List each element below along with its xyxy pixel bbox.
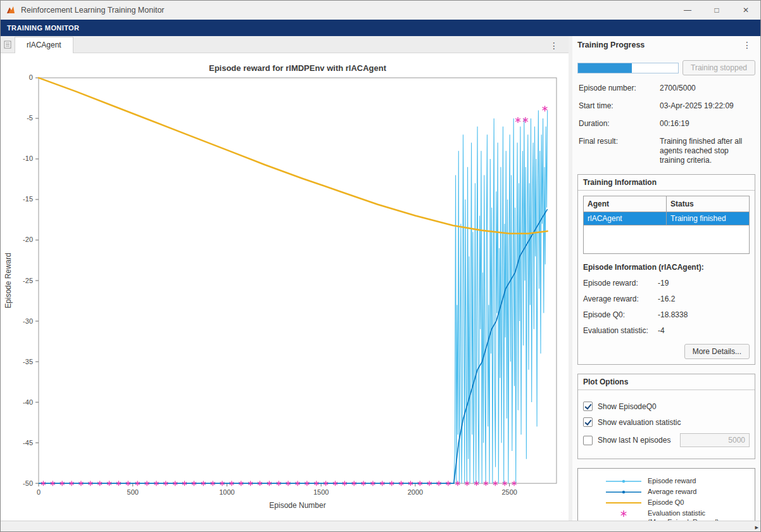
field-label: Evaluation statistic: (583, 326, 658, 335)
show-episodeq0-checkbox[interactable] (583, 402, 593, 411)
field-episode-q0: Episode Q0: -18.8338 (583, 310, 750, 319)
field-value: 00:16:19 (660, 119, 754, 129)
main-content: rlACAgent ⋮ Episode reward for rlMDPEnv … (1, 36, 760, 521)
legend-label: Episode Q0 (648, 498, 743, 507)
window-title: Reinforcement Learning Training Monitor (21, 6, 165, 15)
field-episode-reward: Episode reward: -19 (583, 279, 750, 288)
field-value: -19 (658, 279, 669, 288)
progress-row: Training stopped (577, 60, 755, 75)
show-last-n-episodes-row: Show last N episodes (583, 433, 750, 447)
field-value: -18.8338 (658, 310, 688, 319)
window-controls: — □ ✕ (673, 1, 760, 20)
svg-text:0: 0 (37, 488, 41, 496)
legend-item-evaluation-statistic: Evaluation statistic (MeanEpisodeReward) (578, 509, 755, 521)
legend-item-episode-reward: Episode reward (578, 476, 755, 486)
training-progress-panel: Training Progress ⋮ Training stopped Epi… (572, 36, 760, 521)
episode-information-title: Episode Information (rlACAgent): (583, 263, 750, 272)
svg-text:-10: -10 (23, 155, 33, 162)
field-value: -16.2 (658, 294, 675, 303)
field-label: Episode number: (579, 84, 660, 93)
resize-grip-icon[interactable]: ▸ (755, 523, 758, 531)
svg-text:Episode Reward: Episode Reward (4, 253, 13, 308)
document-area: rlACAgent ⋮ Episode reward for rlMDPEnv … (1, 36, 569, 521)
tab-rlacagent[interactable]: rlACAgent (15, 37, 73, 53)
title-bar: Reinforcement Learning Training Monitor … (1, 1, 760, 20)
chart-legend: Episode reward Average reward Episode Q0… (577, 468, 755, 521)
svg-text:-40: -40 (23, 398, 33, 406)
show-last-n-episodes-checkbox[interactable] (583, 436, 593, 445)
more-details-button[interactable]: More Details... (684, 344, 750, 359)
show-episodeq0-row: Show EpisodeQ0 (583, 402, 750, 411)
document-tab-bar: rlACAgent ⋮ (1, 36, 569, 53)
legend-label: Evaluation statistic (MeanEpisodeReward) (648, 509, 743, 521)
field-average-reward: Average reward: -16.2 (583, 294, 750, 303)
app-window: Reinforcement Learning Training Monitor … (0, 0, 761, 532)
field-label: Average reward: (583, 294, 658, 303)
checkbox-label: Show last N episodes (598, 436, 670, 445)
field-label: Start time: (579, 101, 660, 111)
field-label: Episode reward: (583, 279, 658, 288)
training-stopped-button[interactable]: Training stopped (682, 60, 755, 75)
field-duration: Duration: 00:16:19 (579, 119, 754, 129)
show-evaluation-statistic-checkbox[interactable] (583, 417, 593, 427)
table-row[interactable]: rlACAgent Training finished (584, 212, 750, 225)
panel-header: Training Progress ⋮ (577, 36, 755, 54)
episode-reward-line-icon (605, 476, 643, 486)
document-list-icon[interactable] (1, 37, 15, 53)
last-n-episodes-input[interactable] (680, 433, 750, 447)
svg-text:Episode Number: Episode Number (269, 501, 325, 510)
close-button[interactable]: ✕ (731, 1, 760, 20)
svg-text:-5: -5 (27, 114, 33, 122)
field-label: Duration: (579, 119, 660, 129)
field-evaluation-statistic: Evaluation statistic: -4 (583, 326, 750, 335)
table-empty-area (583, 225, 750, 254)
toolstrip: TRAINING MONITOR (1, 20, 760, 36)
field-value: 03-Apr-2025 19:22:09 (660, 101, 754, 111)
column-header-status: Status (667, 196, 750, 212)
legend-item-average-reward: Average reward (578, 487, 755, 497)
checkbox-label: Show evaluation statistic (598, 418, 681, 427)
status-bar: ▸ (1, 521, 760, 531)
field-value: 2700/5000 (660, 84, 754, 93)
svg-text:-30: -30 (23, 317, 33, 325)
field-final-result: Final result: Training finished after al… (579, 137, 754, 165)
tab-rlacagent-label: rlACAgent (27, 41, 61, 49)
training-info-table: Agent Status rlACAgent Training finished (583, 196, 750, 225)
cell-agent: rlACAgent (584, 212, 667, 225)
field-start-time: Start time: 03-Apr-2025 19:22:09 (579, 101, 754, 111)
minimize-button[interactable]: — (673, 1, 702, 20)
svg-text:-15: -15 (23, 195, 33, 203)
plot-options-group: Plot Options Show EpisodeQ0 Show evaluat… (577, 374, 755, 459)
svg-text:0: 0 (29, 73, 33, 81)
document-actions-kebab-icon[interactable]: ⋮ (546, 39, 562, 53)
panel-actions-kebab-icon[interactable]: ⋮ (739, 38, 755, 52)
svg-text:Episode reward for rlMDPEnv wi: Episode reward for rlMDPEnv with rlACAge… (209, 63, 387, 73)
maximize-button[interactable]: □ (702, 1, 731, 20)
field-label: Final result: (579, 137, 660, 165)
field-value: -4 (658, 326, 665, 335)
svg-text:1000: 1000 (219, 488, 234, 496)
legend-item-episode-q0: Episode Q0 (578, 498, 755, 507)
svg-text:2000: 2000 (408, 488, 423, 496)
show-evaluation-statistic-row: Show evaluation statistic (583, 417, 750, 427)
matlab-logo-icon (6, 5, 16, 15)
field-label: Episode Q0: (583, 310, 658, 319)
figure-area: Episode reward for rlMDPEnv with rlACAge… (1, 53, 569, 521)
legend-label: Episode reward (648, 476, 743, 486)
tab-training-monitor[interactable]: TRAINING MONITOR (1, 24, 85, 32)
legend-label: Average reward (648, 487, 743, 497)
training-progress-bar (577, 63, 679, 73)
progress-fill (578, 63, 632, 73)
column-header-agent: Agent (584, 196, 667, 212)
group-title: Plot Options (578, 374, 755, 390)
checkbox-label: Show EpisodeQ0 (598, 402, 657, 411)
svg-text:500: 500 (127, 488, 139, 496)
svg-text:-45: -45 (23, 439, 33, 446)
svg-text:-20: -20 (23, 236, 33, 244)
training-chart: Episode reward for rlMDPEnv with rlACAge… (1, 53, 569, 521)
average-reward-line-icon (605, 487, 643, 497)
training-information-group: Training Information Agent Status rlACAg… (577, 174, 755, 365)
evaluation-statistic-asterisk-icon (605, 509, 643, 518)
svg-text:-35: -35 (23, 358, 33, 365)
episode-q0-line-icon (605, 498, 643, 507)
